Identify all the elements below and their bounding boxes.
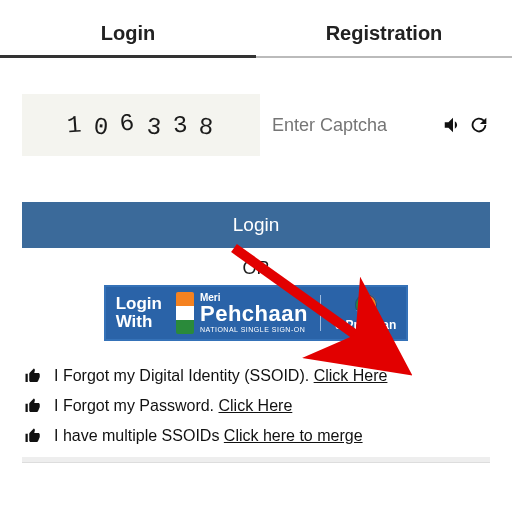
captcha-char: 8 <box>198 113 216 141</box>
forgot-ssoid-text: I Forgot my Digital Identity (SSOID). <box>54 367 314 384</box>
india-flag-icon <box>176 292 194 334</box>
captcha-char: 3 <box>145 113 163 141</box>
forgot-ssoid-link[interactable]: Click Here <box>314 367 388 384</box>
forgot-password-row: I Forgot my Password. Click Here <box>24 397 488 415</box>
login-with-label-bottom: With <box>116 313 162 331</box>
login-button[interactable]: Login <box>22 202 490 248</box>
tab-login[interactable]: Login <box>0 8 256 58</box>
captcha-controls <box>442 114 490 136</box>
captcha-char: 1 <box>66 111 83 139</box>
captcha-input[interactable] <box>268 105 434 145</box>
or-separator: OR <box>22 258 490 279</box>
captcha-char: 0 <box>92 113 110 141</box>
forgot-password-text: I Forgot my Password. <box>54 397 219 414</box>
pehchaan-login[interactable]: Login With Meri Pehchaan NATIONAL SINGLE… <box>22 285 490 341</box>
auth-tabs: Login Registration <box>0 8 512 58</box>
epramaan-label: e-Pramaan <box>335 318 396 332</box>
captcha-image: 1 0 6 3 3 8 <box>22 94 260 156</box>
captcha-char: 3 <box>172 111 189 139</box>
merge-ssoid-row: I have multiple SSOIDs Click here to mer… <box>24 427 488 445</box>
pehchaan-name: Pehchaan <box>200 303 308 325</box>
login-panel: 1 0 6 3 3 8 Login OR Login With Meri Peh… <box>0 58 512 445</box>
forgot-password-link[interactable]: Click Here <box>219 397 293 414</box>
bottom-divider <box>22 457 490 463</box>
refresh-icon[interactable] <box>468 114 490 136</box>
thumbs-up-icon <box>24 427 42 445</box>
thumbs-up-icon <box>24 367 42 385</box>
login-with-label-top: Login <box>116 295 162 313</box>
thumbs-up-icon <box>24 397 42 415</box>
pehchaan-sub: NATIONAL SINGLE SIGN-ON <box>200 325 308 334</box>
captcha-row: 1 0 6 3 3 8 <box>22 94 490 156</box>
captcha-char: 6 <box>118 109 137 138</box>
epramaan-icon <box>355 294 377 316</box>
help-links: I Forgot my Digital Identity (SSOID). Cl… <box>24 367 488 445</box>
speaker-icon[interactable] <box>442 114 464 136</box>
tab-registration[interactable]: Registration <box>256 8 512 58</box>
forgot-ssoid-row: I Forgot my Digital Identity (SSOID). Cl… <box>24 367 488 385</box>
merge-ssoid-text: I have multiple SSOIDs <box>54 427 224 444</box>
merge-ssoid-link[interactable]: Click here to merge <box>224 427 363 444</box>
